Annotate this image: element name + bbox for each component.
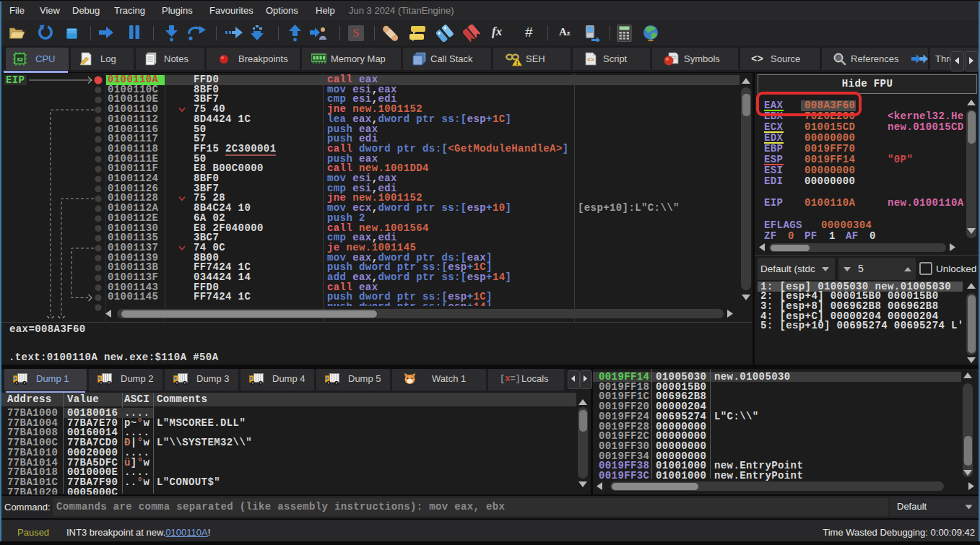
svg-text:32: 32 — [17, 56, 23, 63]
svg-text:!: ! — [516, 60, 519, 66]
svg-text:EIP: EIP — [6, 74, 25, 86]
svg-text:<>: <> — [587, 56, 594, 63]
